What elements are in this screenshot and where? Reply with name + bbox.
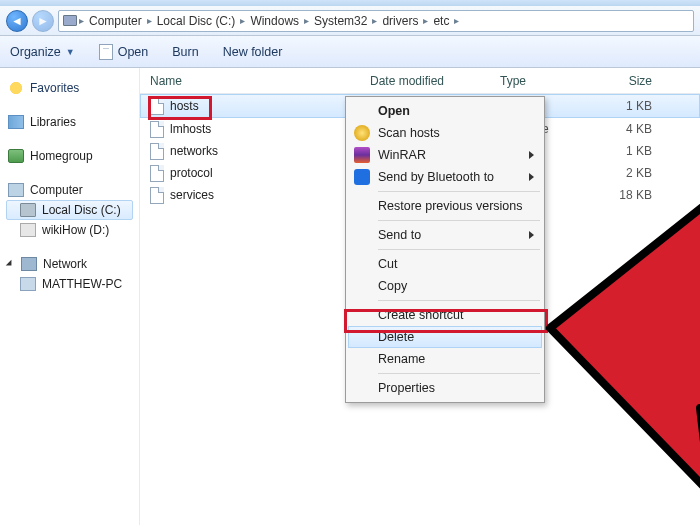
file-size: 4 KB bbox=[600, 122, 670, 136]
sidebar-item-pc[interactable]: MATTHEW-PC bbox=[6, 274, 133, 294]
ctx-open[interactable]: Open bbox=[348, 100, 542, 122]
ctx-cut[interactable]: Cut bbox=[348, 253, 542, 275]
col-date-header[interactable]: Date modified bbox=[370, 74, 500, 88]
breadcrumb-localdisc[interactable]: Local Disc (C:) bbox=[154, 14, 239, 28]
ctx-create-shortcut[interactable]: Create shortcut bbox=[348, 304, 542, 326]
breadcrumb[interactable]: ▸ Computer ▸ Local Disc (C:) ▸ Windows ▸… bbox=[58, 10, 694, 32]
col-type-header[interactable]: Type bbox=[500, 74, 600, 88]
ctx-label: Create shortcut bbox=[378, 308, 463, 322]
organize-button[interactable]: Organize ▼ bbox=[10, 45, 75, 59]
file-size: 2 KB bbox=[600, 166, 670, 180]
ctx-label: Restore previous versions bbox=[378, 199, 523, 213]
expand-icon[interactable] bbox=[6, 260, 14, 268]
sidebar-label: Computer bbox=[30, 183, 83, 197]
file-icon bbox=[150, 121, 164, 138]
explorer-toolbar: Organize ▼ Open Burn New folder bbox=[0, 36, 700, 68]
new-folder-button[interactable]: New folder bbox=[223, 45, 283, 59]
file-name: protocol bbox=[170, 166, 213, 180]
sidebar-label: Homegroup bbox=[30, 149, 93, 163]
ctx-scan[interactable]: Scan hosts bbox=[348, 122, 542, 144]
ctx-copy[interactable]: Copy bbox=[348, 275, 542, 297]
annotation-cursor-arrow bbox=[535, 183, 700, 503]
sidebar-label: Favorites bbox=[30, 81, 79, 95]
column-headers: Name Date modified Type Size bbox=[140, 68, 700, 94]
address-bar: ◄ ► ▸ Computer ▸ Local Disc (C:) ▸ Windo… bbox=[0, 6, 700, 36]
chevron-right-icon: ▸ bbox=[147, 15, 152, 26]
ctx-restore[interactable]: Restore previous versions bbox=[348, 195, 542, 217]
drive-icon bbox=[20, 203, 36, 217]
ctx-winrar[interactable]: WinRAR bbox=[348, 144, 542, 166]
bluetooth-icon bbox=[354, 169, 370, 185]
sidebar-homegroup[interactable]: Homegroup bbox=[6, 146, 133, 166]
burn-button[interactable]: Burn bbox=[172, 45, 198, 59]
sidebar-item-label: MATTHEW-PC bbox=[42, 277, 122, 291]
file-icon bbox=[150, 165, 164, 182]
sidebar-item-localdisc[interactable]: Local Disc (C:) bbox=[6, 200, 133, 220]
ctx-properties[interactable]: Properties bbox=[348, 377, 542, 399]
network-icon bbox=[21, 257, 37, 271]
chevron-down-icon: ▼ bbox=[66, 47, 75, 57]
submenu-arrow-icon bbox=[529, 151, 534, 159]
chevron-right-icon: ▸ bbox=[240, 15, 245, 26]
sidebar-network[interactable]: Network bbox=[6, 254, 133, 274]
nav-pane: Favorites Libraries Homegroup Computer L… bbox=[0, 68, 140, 525]
toolbar-label: New folder bbox=[223, 45, 283, 59]
ctx-label: Properties bbox=[378, 381, 435, 395]
submenu-arrow-icon bbox=[529, 173, 534, 181]
sidebar-libraries[interactable]: Libraries bbox=[6, 112, 133, 132]
col-size-header[interactable]: Size bbox=[600, 74, 670, 88]
file-size: 18 KB bbox=[600, 188, 670, 202]
ctx-delete[interactable]: Delete bbox=[348, 326, 542, 348]
file-name: lmhosts bbox=[170, 122, 211, 136]
ctx-separator bbox=[378, 191, 540, 192]
breadcrumb-etc[interactable]: etc bbox=[430, 14, 452, 28]
homegroup-icon bbox=[8, 149, 24, 163]
file-name: hosts bbox=[170, 99, 199, 113]
nav-back-button[interactable]: ◄ bbox=[6, 10, 28, 32]
ctx-separator bbox=[378, 300, 540, 301]
ctx-bluetooth[interactable]: Send by Bluetooth to bbox=[348, 166, 542, 188]
ctx-rename[interactable]: Rename bbox=[348, 348, 542, 370]
breadcrumb-drivers[interactable]: drivers bbox=[379, 14, 421, 28]
breadcrumb-windows[interactable]: Windows bbox=[247, 14, 302, 28]
ctx-label: Rename bbox=[378, 352, 425, 366]
ctx-separator bbox=[378, 220, 540, 221]
col-name-header[interactable]: Name bbox=[150, 74, 370, 88]
shield-icon bbox=[354, 125, 370, 141]
sidebar-favorites[interactable]: Favorites bbox=[6, 78, 133, 98]
computer-icon bbox=[8, 183, 24, 197]
sidebar-item-wikihow[interactable]: wikiHow (D:) bbox=[6, 220, 133, 240]
ctx-label: Send by Bluetooth to bbox=[378, 170, 494, 184]
page-icon bbox=[99, 44, 113, 60]
file-icon bbox=[150, 187, 164, 204]
ctx-separator bbox=[378, 373, 540, 374]
ctx-label: Delete bbox=[378, 330, 414, 344]
libraries-icon bbox=[8, 115, 24, 129]
toolbar-label: Open bbox=[118, 45, 149, 59]
breadcrumb-computer[interactable]: Computer bbox=[86, 14, 145, 28]
breadcrumb-system32[interactable]: System32 bbox=[311, 14, 370, 28]
file-size: 1 KB bbox=[600, 144, 670, 158]
file-icon bbox=[150, 98, 164, 115]
chevron-right-icon: ▸ bbox=[304, 15, 309, 26]
ctx-label: Scan hosts bbox=[378, 126, 440, 140]
open-button[interactable]: Open bbox=[99, 44, 149, 60]
sidebar-computer[interactable]: Computer bbox=[6, 180, 133, 200]
ctx-label: Copy bbox=[378, 279, 407, 293]
toolbar-label: Burn bbox=[172, 45, 198, 59]
chevron-right-icon: ▸ bbox=[79, 15, 84, 26]
context-menu: Open Scan hosts WinRAR Send by Bluetooth… bbox=[345, 96, 545, 403]
toolbar-label: Organize bbox=[10, 45, 61, 59]
ctx-label: Open bbox=[378, 104, 410, 118]
drive-icon bbox=[20, 223, 36, 237]
ctx-sendto[interactable]: Send to bbox=[348, 224, 542, 246]
sidebar-label: Libraries bbox=[30, 115, 76, 129]
winrar-icon bbox=[354, 147, 370, 163]
ctx-label: Cut bbox=[378, 257, 397, 271]
nav-forward-button[interactable]: ► bbox=[32, 10, 54, 32]
submenu-arrow-icon bbox=[529, 231, 534, 239]
ctx-separator bbox=[378, 249, 540, 250]
sidebar-item-label: Local Disc (C:) bbox=[42, 203, 121, 217]
star-icon bbox=[8, 81, 24, 95]
chevron-right-icon: ▸ bbox=[372, 15, 377, 26]
